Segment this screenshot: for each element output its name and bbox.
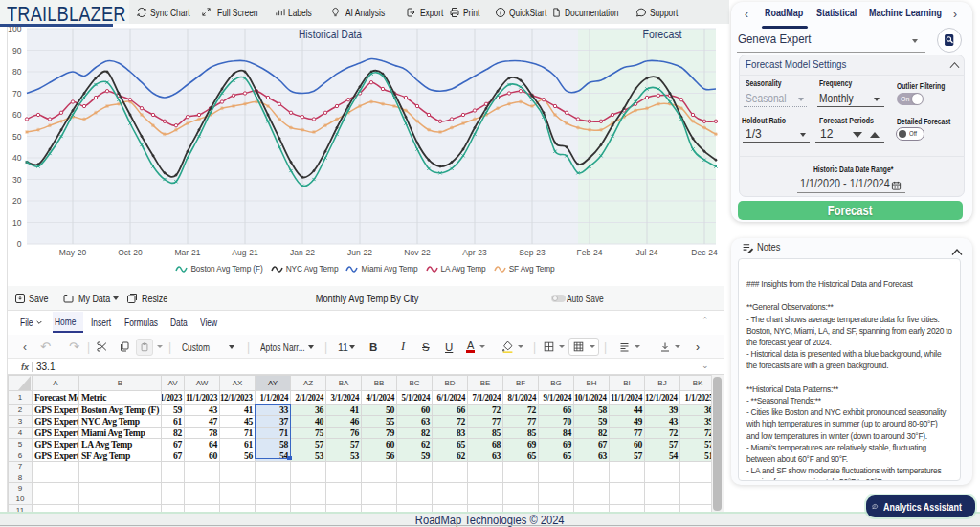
svg-text:0: 0 [17,239,22,249]
svg-text:Aug-21: Aug-21 [232,248,258,257]
svg-text:Historical Data: Historical Data [299,28,362,41]
svg-text:Jan-22: Jan-22 [290,248,315,257]
svg-text:30: 30 [12,175,22,185]
svg-text:Nov-22: Nov-22 [404,248,431,257]
svg-text:Sep-23: Sep-23 [519,248,546,257]
svg-text:Apr-23: Apr-23 [462,248,487,257]
svg-text:20: 20 [12,196,22,206]
svg-text:10: 10 [12,218,22,228]
svg-text:Jul-24: Jul-24 [635,248,657,257]
svg-text:May-20: May-20 [59,248,87,257]
svg-text:Oct-20: Oct-20 [118,248,143,257]
svg-text:40: 40 [12,153,22,163]
svg-text:90: 90 [12,46,22,55]
svg-text:Forecast: Forecast [643,28,683,41]
svg-text:80: 80 [12,67,22,77]
svg-text:Jun-22: Jun-22 [347,248,372,257]
svg-text:60: 60 [12,110,22,120]
svg-text:Dec-24: Dec-24 [691,248,718,257]
svg-text:50: 50 [12,132,22,142]
svg-text:Mar-21: Mar-21 [175,248,201,257]
svg-text:Feb-24: Feb-24 [577,248,603,257]
svg-text:70: 70 [12,89,22,99]
